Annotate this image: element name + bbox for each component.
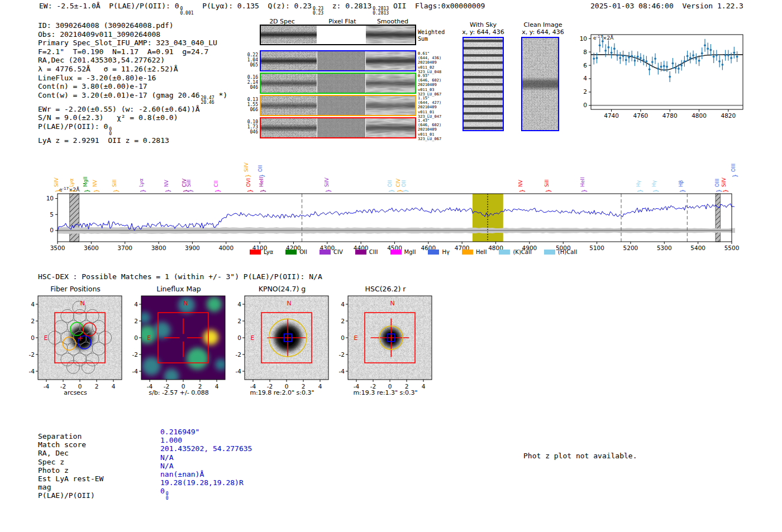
svg-text:4760: 4760 [633,112,649,119]
north-label: N [183,300,188,307]
legend-swatch [428,250,439,255]
with-sky-image [462,37,504,131]
svg-text:SiIV: SiIV [721,177,727,187]
match-field-value: 19.28(19.28,19.28)R [160,478,252,487]
cutout-caption: arcsecs [22,389,128,396]
match-field-label: P(LAE)/P(OII) [38,491,103,500]
cutout-title: HSC(26.2) r [332,285,438,293]
line-fit-zoom-plot: 024681047404760478048004820e-17×2Å [571,28,748,124]
match-field-value: 1.000 [160,436,252,444]
svg-text:10: 10 [46,195,54,202]
svg-text:Hγ: Hγ [636,180,641,187]
legend-swatch [499,250,510,255]
svg-text:-4: -4 [132,368,139,375]
summary-line: EW: -2.5±-1.0Å P(LAE)/P(OII): 000.001 P(… [39,2,485,16]
svg-text:SiIV: SiIV [324,177,330,187]
spectrum-legend: LyαOIICIVCIIIMgIIHγHeII(K)CaII(H)CaII [250,249,577,255]
pixel-flat-image [318,26,365,44]
full-spectrum-plot: 3500360037003800390040004100420043004400… [42,150,747,251]
info-line: RA,Dec (201.435303,54.277622) [38,56,227,65]
emission-line-marker: {OII [258,165,265,178]
sup-sub-stack: 00 [109,127,112,136]
svg-text:{: { [245,174,251,178]
spec2d-image [261,74,317,93]
spectrum-line [58,204,735,231]
svg-text:{: { [716,189,722,193]
emission-line-marker: {HeII [259,177,266,193]
svg-text:Lyα: Lyα [69,178,74,187]
emission-line-marker: {OII [387,180,395,193]
match-field-value: N/A [160,462,252,470]
emission-line-marker: {NV [518,179,526,193]
svg-text:{: { [215,189,221,193]
legend-swatch [462,250,473,255]
svg-text:{: { [637,189,643,193]
cutout-title: Lineflux Map [126,285,232,293]
svg-text:{: { [70,189,77,193]
svg-text:{: { [165,189,171,193]
match-table-labels: SeparationMatch scoreRA, DecSpec zPhoto … [38,432,103,500]
legend-item: Hγ [428,249,449,255]
svg-text:Lyα: Lyα [139,178,144,187]
svg-text:MgII: MgII [83,176,88,187]
cutout-image-image: NE-4-4-2-2002244 [332,293,438,394]
timestamp: 2025-01-03 08:46:00 [590,2,674,10]
svg-text:0: 0 [134,334,138,341]
emission-line-marker: {NV [92,179,100,193]
cutout-title: KPNO(24.7) g [229,285,335,293]
svg-text:4800: 4800 [692,112,707,119]
east-label: E [251,334,255,342]
cutout-image-fibers: NE-4-4-2-2002244 [22,293,128,394]
svg-text:{: { [653,189,659,193]
legend-label: CIV [333,249,343,255]
pixel-flat-image [317,118,365,137]
emission-line-marker: {OVI [246,178,254,193]
emission-line-marker: {Hβ [678,180,686,193]
svg-text:4820: 4820 [721,112,736,119]
match-field-label: Est LyA rest-EW [38,475,103,483]
svg-text:0: 0 [50,227,54,233]
smoothed-image [366,74,415,93]
legend-label: Hγ [442,249,449,255]
svg-text:5200: 5200 [623,245,638,251]
svg-text:NV: NV [92,179,98,187]
emission-line-marker: {Hγ [636,180,643,193]
legend-swatch [355,250,366,255]
match-field-value: N/A [160,453,252,462]
cutout-panel: NE-4-4-2-2002244 [229,293,335,396]
svg-text:Hβ: Hβ [678,180,684,187]
legend-item: OII [285,249,307,255]
match-field-value: nan(±nan)Å [160,470,252,478]
cutout-caption: m:19.8 re:2.0" s:0.3" [229,389,335,396]
sup-sub-stack: 00 [166,492,169,501]
cutout-caption: s/b: -2.57 +/- 0.088 [126,389,232,396]
clean-image-title: Clean Imagex, y: 644, 436 [515,21,571,36]
spec2d-row-left-label: 0.162.14046 [245,75,258,90]
svg-text:SiII: SiII [112,179,117,187]
spec2d-row-left-label: 0.131.55066 [245,97,258,112]
svg-text:HeII: HeII [580,177,585,187]
spec2d-row [260,25,416,45]
svg-text:{: { [94,189,100,193]
legend-label: HeII [476,249,487,255]
sup-sub-stack: 20.4720.46 [201,96,214,105]
emission-line-marker: {SiIV [324,177,332,193]
info-line: LyA z = 2.9291 OII z = 0.2813 [38,136,227,145]
smoothed-image [366,96,415,115]
svg-text:-4: -4 [29,368,35,375]
svg-text:{: { [326,189,332,193]
svg-text:2: 2 [341,318,345,324]
svg-text:{: { [260,189,266,193]
svg-text:3500: 3500 [50,245,65,251]
svg-text:{: { [397,189,403,193]
legend-label: Lyα [264,249,273,255]
svg-text:-2: -2 [236,351,241,358]
svg-text:3600: 3600 [84,245,99,251]
east-label: E [354,334,358,342]
svg-text:5300: 5300 [657,245,672,251]
svg-text:{: { [732,174,738,178]
legend-item: (K)CaII [499,249,531,255]
north-label: N [287,300,291,307]
north-label: N [390,300,394,307]
legend-label: (H)CaII [558,249,577,255]
